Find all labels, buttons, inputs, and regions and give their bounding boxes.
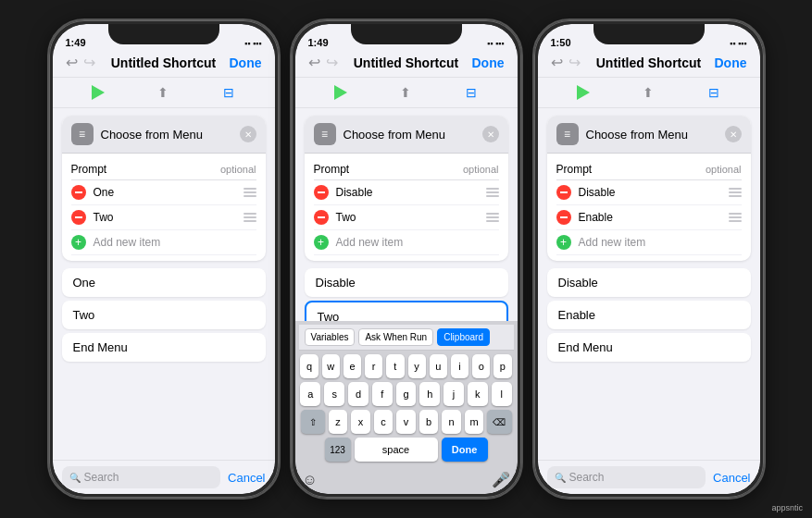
kb-key-t[interactable]: t xyxy=(386,354,404,378)
nav-done-1[interactable]: Done xyxy=(229,56,262,70)
kb-key-v[interactable]: v xyxy=(396,410,416,434)
kb-key-m[interactable]: m xyxy=(465,410,484,434)
kb-row-3-2: ⇧ z x c v b n m ⌫ xyxy=(301,410,512,434)
search-wrap-3[interactable]: 🔍 Search xyxy=(547,466,706,488)
phone-1: 1:49 ▪▪ ▪▪▪ ↩ ↪ Untitled Shortcut Done ⬆ xyxy=(47,18,281,500)
prompt-label-2: Prompt xyxy=(314,163,350,176)
kb-key-g[interactable]: g xyxy=(396,382,417,406)
close-btn-1[interactable]: ✕ xyxy=(240,126,256,142)
kb-key-i[interactable]: i xyxy=(451,354,468,378)
section-two-2[interactable]: Two xyxy=(305,301,508,321)
share-icon-2[interactable]: ⬆ xyxy=(393,83,418,102)
share-icon-1[interactable]: ⬆ xyxy=(150,83,176,102)
play-icon-2[interactable] xyxy=(328,83,354,102)
add-btn-2[interactable]: + xyxy=(314,235,329,250)
close-btn-2[interactable]: ✕ xyxy=(482,126,499,142)
prompt-row-2: Prompt optional xyxy=(314,159,499,180)
prompt-optional-3: optional xyxy=(706,164,742,175)
kb-key-y[interactable]: y xyxy=(408,354,426,378)
kb-key-s[interactable]: s xyxy=(324,382,344,406)
kb-key-done[interactable]: Done xyxy=(442,438,488,462)
notch-1 xyxy=(108,24,219,44)
drag-handle-2-1[interactable] xyxy=(486,213,499,222)
kb-row-4-2: 123 space Done xyxy=(301,438,512,462)
kb-key-z[interactable]: z xyxy=(329,410,348,434)
kb-key-num[interactable]: 123 xyxy=(325,438,351,462)
kb-key-x[interactable]: x xyxy=(351,410,370,434)
kb-key-shift[interactable]: ⇧ xyxy=(301,410,325,434)
kb-key-c[interactable]: c xyxy=(374,410,394,434)
kb-key-r[interactable]: r xyxy=(365,354,382,378)
menu-item-text-2-0: Disable xyxy=(336,186,482,199)
settings-icon-1[interactable]: ⊟ xyxy=(216,83,242,102)
kb-key-w[interactable]: w xyxy=(322,354,340,378)
share-icon-3[interactable]: ⬆ xyxy=(635,83,661,102)
watermark: appsntic xyxy=(771,503,803,512)
kb-clipboard-2[interactable]: Clipboard xyxy=(437,328,490,346)
kb-key-d[interactable]: d xyxy=(348,382,369,406)
forward-icon-2[interactable]: ↪ xyxy=(326,54,338,71)
choose-header-3: ≡ Choose from Menu ✕ xyxy=(547,116,751,154)
kb-ask-when-run-2[interactable]: Ask When Run xyxy=(358,328,433,346)
add-item-text-2: Add new item xyxy=(336,236,499,249)
nav-done-3[interactable]: Done xyxy=(714,56,747,70)
prompt-optional-1: optional xyxy=(220,164,256,175)
drag-handle-1-0[interactable] xyxy=(244,188,256,197)
forward-icon-1[interactable]: ↪ xyxy=(83,54,95,71)
kb-key-q[interactable]: q xyxy=(300,354,318,378)
remove-btn-3-0[interactable] xyxy=(556,185,571,200)
kb-key-delete[interactable]: ⌫ xyxy=(487,410,511,434)
cancel-btn-3[interactable]: Cancel xyxy=(713,471,750,485)
toolbar-3: ⬆ ⊟ xyxy=(538,78,760,108)
play-icon-3[interactable] xyxy=(570,83,596,102)
remove-btn-2-1[interactable] xyxy=(314,210,329,225)
kb-key-e[interactable]: e xyxy=(344,354,361,378)
mic-icon-2[interactable]: 🎤 xyxy=(492,471,510,488)
drag-handle-1-1[interactable] xyxy=(244,213,256,222)
menu-item-row-3-0: Disable xyxy=(556,180,742,205)
remove-btn-1-1[interactable] xyxy=(71,210,86,225)
status-icons-3: ▪▪ ▪▪▪ xyxy=(730,39,746,48)
section-disable-2: Disable xyxy=(305,268,508,297)
kb-key-k[interactable]: k xyxy=(468,382,488,406)
kb-key-b[interactable]: b xyxy=(419,410,439,434)
kb-key-f[interactable]: f xyxy=(372,382,393,406)
kb-key-a[interactable]: a xyxy=(300,382,320,406)
kb-key-j[interactable]: j xyxy=(443,382,464,406)
kb-key-space[interactable]: space xyxy=(355,438,438,462)
kb-variables-2[interactable]: Variables xyxy=(305,328,356,346)
remove-btn-1-0[interactable] xyxy=(71,185,86,200)
choose-body-1: Prompt optional One T xyxy=(62,154,266,261)
add-item-row-1: + Add new item xyxy=(71,230,256,255)
kb-key-h[interactable]: h xyxy=(419,382,440,406)
emoji-icon-2[interactable]: ☺ xyxy=(303,472,318,488)
kb-key-p[interactable]: p xyxy=(493,354,511,378)
prompt-optional-2: optional xyxy=(463,164,499,175)
menu-item-text-3-0: Disable xyxy=(579,186,725,199)
back-icon-2[interactable]: ↩ xyxy=(308,54,320,71)
settings-icon-2[interactable]: ⊟ xyxy=(458,83,484,102)
menu-item-text-3-1: Enable xyxy=(579,211,725,224)
back-icon-1[interactable]: ↩ xyxy=(66,54,78,71)
settings-icon-3[interactable]: ⊟ xyxy=(701,83,727,102)
search-wrap-1[interactable]: 🔍 Search xyxy=(62,466,221,488)
remove-btn-3-1[interactable] xyxy=(556,210,571,225)
add-btn-1[interactable]: + xyxy=(71,235,86,250)
kb-key-o[interactable]: o xyxy=(472,354,490,378)
drag-handle-2-0[interactable] xyxy=(486,188,499,197)
choose-block-3: ≡ Choose from Menu ✕ Prompt optional xyxy=(547,116,751,261)
remove-btn-2-0[interactable] xyxy=(314,185,329,200)
play-icon-1[interactable] xyxy=(85,83,111,102)
kb-key-u[interactable]: u xyxy=(430,354,447,378)
search-bar-3: 🔍 Search Cancel xyxy=(538,460,760,494)
kb-key-n[interactable]: n xyxy=(442,410,461,434)
add-btn-3[interactable]: + xyxy=(556,235,571,250)
kb-key-l[interactable]: l xyxy=(492,382,512,406)
back-icon-3[interactable]: ↩ xyxy=(551,54,563,71)
drag-handle-3-1[interactable] xyxy=(729,213,742,222)
nav-done-2[interactable]: Done xyxy=(471,56,505,70)
forward-icon-3[interactable]: ↪ xyxy=(568,54,581,71)
drag-handle-3-0[interactable] xyxy=(729,188,742,197)
cancel-btn-1[interactable]: Cancel xyxy=(228,471,265,485)
close-btn-3[interactable]: ✕ xyxy=(725,126,742,142)
